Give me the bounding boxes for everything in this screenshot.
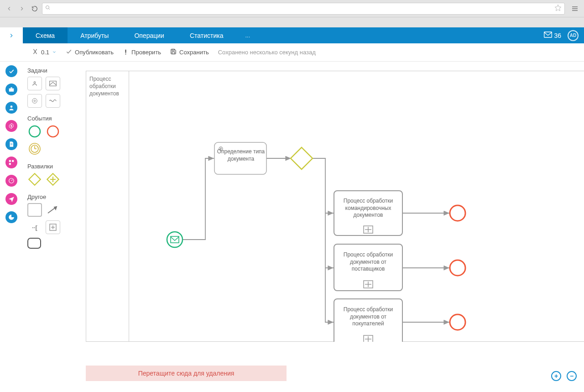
chrome-spacer <box>0 17 584 27</box>
zoom-out-button[interactable]: − <box>567 371 577 381</box>
palette-exclusive-gateway[interactable] <box>27 172 42 186</box>
tab-operations[interactable]: Операции <box>121 27 177 43</box>
mail-counter[interactable]: 36 <box>544 31 561 39</box>
node-task-label: Определение типа документа <box>216 147 266 162</box>
node-sub1-label: Процесс обработки командировочных докуме… <box>336 198 401 219</box>
action-toolbar: 0.1 Опубликовать Проверить Сохранить Сох… <box>0 43 584 62</box>
save-button[interactable]: Сохранить <box>170 48 209 56</box>
delete-hint-label: Перетащите сюда для удаления <box>138 370 235 377</box>
tab-label: Схема <box>36 32 55 39</box>
node-end-event-2[interactable] <box>450 260 465 276</box>
node-end-event-1[interactable] <box>450 205 465 221</box>
browser-url-bar[interactable] <box>42 3 565 15</box>
rail-send-icon[interactable] <box>5 193 17 205</box>
tab-schema[interactable]: Схема <box>23 27 68 43</box>
rail-module-icon[interactable] <box>5 157 17 168</box>
svg-marker-36 <box>54 207 57 209</box>
rail-check-icon[interactable] <box>5 65 17 77</box>
svg-rect-22 <box>50 81 57 86</box>
tab-label: Атрибуты <box>80 32 109 39</box>
browser-reload-button[interactable] <box>29 3 40 14</box>
palette: Задачи События Развилки <box>23 62 77 392</box>
node-task-doc-type[interactable]: Определение типа документа <box>214 142 266 174</box>
palette-start-event[interactable] <box>27 125 42 138</box>
svg-point-26 <box>47 126 58 137</box>
publish-button[interactable]: Опубликовать <box>66 48 114 56</box>
svg-rect-6 <box>544 32 552 37</box>
palette-timer-event[interactable] <box>27 142 42 156</box>
tab-more[interactable]: ... <box>236 27 259 43</box>
node-subprocess-1[interactable]: Процесс обработки командировочных докуме… <box>334 191 402 235</box>
node-subprocess-2[interactable]: Процесс обработки документов от поставщи… <box>334 244 402 291</box>
browser-forward-button[interactable] <box>16 3 27 14</box>
tab-more-label: ... <box>245 32 250 39</box>
svg-rect-31 <box>29 173 40 185</box>
zoom-controls: + − <box>551 371 577 381</box>
top-tabs-bar: Схема Атрибуты Операции Статистика ... 3… <box>0 27 584 43</box>
version-value: 0.1 <box>41 49 49 56</box>
svg-rect-7 <box>125 49 126 52</box>
svg-rect-45 <box>291 147 313 169</box>
svg-rect-11 <box>9 89 14 92</box>
check-icon <box>66 48 72 56</box>
node-subprocess-3[interactable]: Процесс обработки документов от покупате… <box>334 299 402 342</box>
rail-briefcase-icon[interactable] <box>5 84 17 95</box>
svg-rect-19 <box>9 163 11 165</box>
palette-tasks: Задачи <box>27 67 72 108</box>
save-status: Сохранено несколько секунд назад <box>218 49 316 56</box>
zoom-in-button[interactable]: + <box>551 371 561 381</box>
palette-parallel-gateway[interactable] <box>46 172 60 186</box>
avatar[interactable]: AD <box>568 30 579 41</box>
tab-label: Операции <box>134 32 164 39</box>
palette-script-task[interactable] <box>46 94 60 108</box>
palette-end-event[interactable] <box>46 125 60 138</box>
tab-statistics[interactable]: Статистика <box>177 27 236 43</box>
version-selector[interactable]: 0.1 <box>32 48 57 56</box>
sidebar-collapse-chevron[interactable] <box>0 27 23 43</box>
canvas[interactable]: Процесс обработки документов <box>77 62 584 392</box>
svg-point-24 <box>32 99 37 104</box>
node-gateway[interactable] <box>291 147 313 169</box>
save-label: Сохранить <box>179 49 209 56</box>
mail-icon <box>544 31 552 39</box>
palette-service-task[interactable] <box>27 94 42 108</box>
save-status-text: Сохранено несколько секунд назад <box>218 49 316 56</box>
svg-rect-17 <box>9 160 11 162</box>
svg-point-40 <box>167 232 182 247</box>
publish-label: Опубликовать <box>75 49 114 56</box>
svg-point-23 <box>34 100 36 102</box>
svg-point-21 <box>34 82 36 84</box>
svg-rect-18 <box>12 160 14 162</box>
palette-user-task[interactable] <box>27 77 42 90</box>
palette-pool[interactable] <box>27 238 41 249</box>
rail-gear-icon[interactable] <box>5 120 17 132</box>
palette-send-task[interactable] <box>46 77 60 90</box>
svg-line-1 <box>49 9 50 10</box>
palette-connector[interactable] <box>46 203 60 217</box>
svg-marker-2 <box>555 5 561 10</box>
palette-subprocess[interactable] <box>46 220 60 234</box>
validate-button[interactable]: Проверить <box>123 49 161 56</box>
browser-back-button[interactable] <box>4 3 15 14</box>
rail-gauge-icon[interactable] <box>5 175 17 187</box>
rail-piechart-icon[interactable] <box>5 211 17 223</box>
palette-text-annotation[interactable]: ··[ <box>27 220 42 234</box>
browser-menu-button[interactable] <box>569 3 580 14</box>
rail-person-icon[interactable] <box>5 102 17 114</box>
tab-attributes[interactable]: Атрибуты <box>68 27 121 43</box>
svg-point-14 <box>10 125 12 127</box>
palette-tasks-title: Задачи <box>27 67 72 74</box>
palette-annotation[interactable] <box>27 203 42 217</box>
rail-document-icon[interactable] <box>5 138 17 150</box>
url-input[interactable] <box>53 5 552 12</box>
palette-other: Другое ··[ <box>27 193 72 249</box>
palette-events: События <box>27 115 72 156</box>
star-icon[interactable] <box>554 4 562 13</box>
svg-point-13 <box>10 105 13 108</box>
svg-point-0 <box>46 6 49 9</box>
node-end-event-3[interactable] <box>450 314 465 330</box>
palette-events-title: События <box>27 115 72 122</box>
delete-drop-zone[interactable]: Перетащите сюда для удаления <box>86 366 287 381</box>
node-start-event[interactable] <box>167 232 182 247</box>
mail-count: 36 <box>554 32 561 39</box>
